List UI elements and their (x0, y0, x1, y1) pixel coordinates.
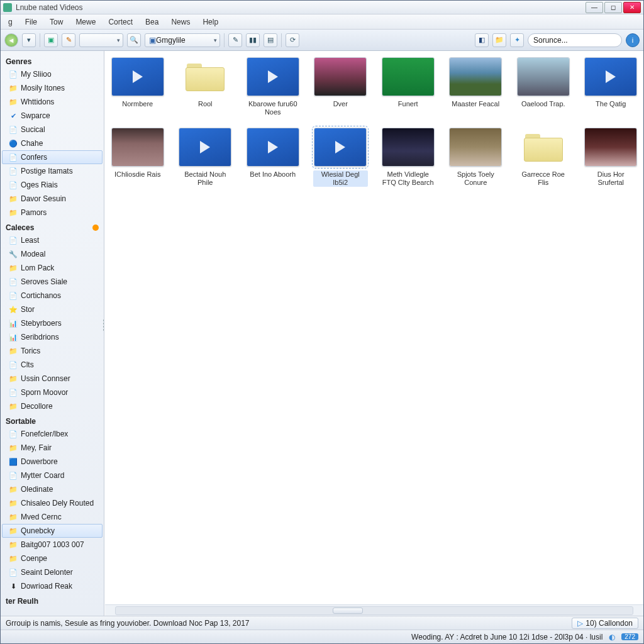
scrollbar-thumb[interactable] (333, 608, 363, 614)
share-icon[interactable]: ✦ (510, 33, 524, 47)
sidebar-item-icon: 📄 (9, 471, 18, 480)
tool-button-5[interactable]: ▤ (264, 33, 277, 47)
thumbnail-item[interactable]: Dius Hor Srufertal (584, 128, 639, 187)
search-icon[interactable]: 🔍 (127, 33, 141, 47)
sidebar-item[interactable]: 📄Postige Itamats (2, 164, 103, 178)
photo-thumb (450, 58, 501, 96)
thumbnail-item[interactable]: Bectaid Nouh Phile (178, 128, 233, 187)
sidebar-item[interactable]: 📁Whttidons (2, 95, 103, 109)
sidebar-item[interactable]: 🔧Modeal (2, 247, 103, 261)
sidebar-item[interactable]: 📁Ussin Connser (2, 372, 103, 386)
sidebar-item[interactable]: 📄Least (2, 233, 103, 247)
sidebar-item[interactable]: 📁Torics (2, 344, 103, 358)
menu-item-help[interactable]: Help (199, 16, 222, 28)
sidebar-item[interactable]: 📁Decollore (2, 399, 103, 413)
sidebar-item[interactable]: 📄Seaint Delonter (2, 565, 103, 579)
menu-item-tow[interactable]: Tow (46, 16, 67, 28)
sidebar-item[interactable]: 📁Coenpe (2, 552, 103, 565)
scrollbar-track[interactable] (115, 606, 633, 615)
sidebar-item[interactable]: 📄Confers (2, 150, 103, 164)
tool-button-6[interactable]: ⟳ (286, 33, 299, 47)
sidebar-item[interactable]: 📁Baitg007 1003 007 (2, 538, 103, 552)
sidebar-item[interactable]: 📄Cortichanos (2, 289, 103, 303)
sidebar-item[interactable]: 📄Clts (2, 358, 103, 372)
status-badge: 272 (621, 633, 638, 640)
thumbnail-item[interactable]: Normbere (110, 57, 165, 116)
close-button[interactable]: ✕ (623, 2, 641, 13)
menu-item-cortect[interactable]: Cortect (104, 16, 136, 28)
sidebar-item[interactable]: 📁Mey, Fair (2, 441, 103, 455)
sidebar-item-label: Coenpe (21, 553, 47, 564)
thumbnail-item[interactable]: Spjots Toely Conure (448, 128, 504, 187)
sidebar-item-icon: 🟦 (9, 457, 18, 466)
menu-item-file[interactable]: File (21, 16, 41, 28)
nav-dropdown-button[interactable]: ▾ (22, 33, 36, 47)
thumbnail-label: Spjots Toely Conure (448, 170, 504, 187)
sidebar-item[interactable]: 📁Davor Sesuin (2, 192, 103, 206)
sidebar-item[interactable]: 📁Qunebcky (2, 524, 103, 538)
thumbnail-label: IChliosdie Rais (113, 170, 162, 179)
sidebar-item[interactable]: 📄My Sliioo (2, 67, 103, 81)
sidebar-item[interactable]: 📊Seribdrions (2, 330, 103, 344)
sidebar-item-label: Sporn Moovor (21, 387, 68, 397)
statusbar-secondary: Weoding. AY : Acdret b June 10 12i 1dse … (1, 630, 643, 643)
thumbnail-item[interactable]: Meth Vidlegle FTQ Clty Bearch (380, 128, 436, 187)
minimize-button[interactable]: — (586, 2, 603, 13)
tool-button-2[interactable]: ✎ (62, 33, 75, 47)
tool-button-3[interactable]: ✎ (228, 33, 242, 47)
menu-item-news[interactable]: News (167, 16, 194, 28)
thumbnail-item[interactable]: Maaster Feacal (448, 57, 504, 116)
sidebar-item[interactable]: 📁Oledinate (2, 482, 103, 496)
thumbnail-item[interactable]: Garrecce Roe Flis (516, 128, 571, 187)
status-pill[interactable]: ▷10) Callondon (572, 618, 638, 629)
thumbnail-item[interactable]: Rool (178, 57, 233, 116)
horizontal-scrollbar[interactable] (105, 604, 643, 616)
sidebar-item[interactable]: 📄Sporn Moovor (2, 386, 103, 399)
sidebar-item[interactable]: 📄Oges Riais (2, 178, 103, 192)
toolbar-dropdown-2[interactable]: ▣ Gmgylile (145, 33, 220, 47)
thumbnail-item[interactable]: Oaelood Trap. (516, 57, 571, 116)
sidebar-item[interactable]: 📄Seroves Siale (2, 275, 103, 289)
thumbnail-item[interactable]: Wlesial Degl Ib5i2 (313, 128, 369, 187)
thumbnail-item[interactable]: The Qatig (584, 57, 639, 116)
sidebar-item[interactable]: 📊Stebyrboers (2, 316, 103, 330)
menu-item-bea[interactable]: Bea (142, 16, 162, 28)
sidebar-item[interactable]: ✔Swparce (2, 109, 103, 123)
thumbnail-item[interactable]: IChliosdie Rais (110, 128, 165, 187)
sidebar-item[interactable]: ⬇Dowrioad Reak (2, 579, 103, 593)
thumbnail-box (247, 128, 299, 167)
search-input[interactable]: Sorunce... (528, 33, 622, 47)
folder-icon[interactable]: 📁 (492, 33, 506, 47)
sidebar-item[interactable]: 📄Fonefcler/lbex (2, 427, 103, 441)
bookmark-icon[interactable]: ◧ (475, 33, 489, 47)
toolbar-dropdown-1[interactable] (79, 33, 123, 47)
sidebar-item-label: Cortichanos (21, 291, 61, 301)
thumbnail-item[interactable]: Kbarowe furu60 Noes (245, 57, 301, 116)
tool-button-4[interactable]: ▮▮ (246, 33, 260, 47)
menu-item[interactable]: g (4, 16, 16, 28)
sidebar-item-icon: 🔧 (9, 250, 18, 258)
thumbnail-box (314, 57, 367, 96)
photo-thumb (382, 128, 434, 166)
sidebar-item[interactable]: 🔵Chahe (2, 136, 103, 150)
thumbnail-item[interactable]: Bet Ino Aboorh (245, 128, 301, 187)
sidebar-item[interactable]: 🟦Dowerbore (2, 455, 103, 469)
sidebar-item-icon: 📄 (9, 430, 18, 438)
sidebar-item[interactable]: 📁Mved Cernc (2, 510, 103, 524)
sidebar-item[interactable]: 📁Pamors (2, 206, 103, 219)
sidebar-item[interactable]: 📄Sucical (2, 123, 103, 136)
sidebar-item[interactable]: 📁Chisaleo Dely Routed (2, 496, 103, 510)
sidebar-resize-handle[interactable] (101, 311, 104, 340)
video-icon (247, 58, 299, 96)
tool-button-1[interactable]: ▣ (44, 33, 58, 47)
sidebar-item[interactable]: 📄Mytter Coard (2, 469, 103, 482)
thumbnail-item[interactable]: Dver (313, 57, 369, 116)
sidebar-item[interactable]: 📁Mosily Itones (2, 81, 103, 95)
sidebar-item[interactable]: ⭐Stor (2, 303, 103, 316)
thumbnail-item[interactable]: Funert (380, 57, 436, 116)
sidebar-item[interactable]: 📁Lom Pack (2, 261, 103, 275)
maximize-button[interactable]: ◻ (604, 2, 622, 13)
nav-back-button[interactable]: ◄ (4, 33, 18, 47)
go-button[interactable]: i (626, 33, 640, 47)
menu-item-mewe[interactable]: Mewe (72, 16, 99, 28)
